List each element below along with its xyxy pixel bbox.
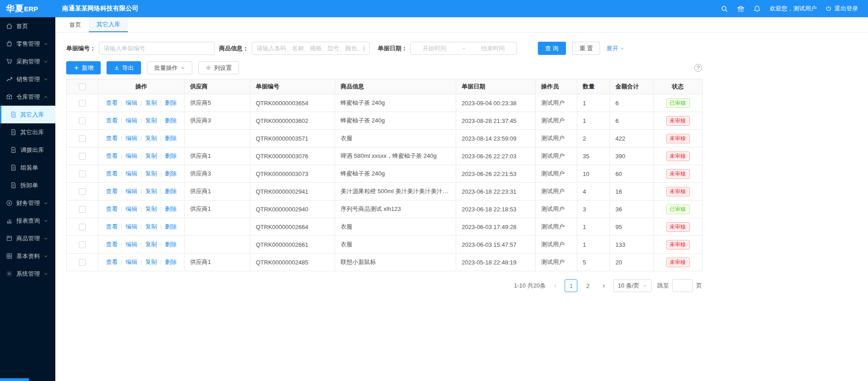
next-page-button[interactable] [598,279,609,292]
sidebar-item-1[interactable]: 零售管理 [0,35,55,53]
expand-link[interactable]: 展开 [606,44,624,53]
bell-icon[interactable] [753,5,761,13]
row-action-copy[interactable]: 复制 [145,117,157,124]
sidebar-item-5[interactable]: 财务管理 [0,194,55,212]
row-checkbox[interactable] [79,117,86,124]
add-button[interactable]: 新增 [66,61,101,74]
row-action-delete[interactable]: 删除 [165,117,177,124]
tab-other-inbound[interactable]: 其它入库 [89,17,128,32]
row-action-copy[interactable]: 复制 [145,205,157,212]
row-action-copy[interactable]: 复制 [145,188,157,195]
row-action-copy[interactable]: 复制 [145,241,157,248]
row-action-view[interactable]: 查看 [106,223,117,230]
row-action-edit[interactable]: 编辑 [126,99,137,106]
cell-date: 2023-06-26 22:27:03 [456,147,536,165]
row-checkbox[interactable] [79,135,86,142]
bill-no-input[interactable] [99,42,215,55]
horizontal-scrollbar-thumb[interactable] [0,378,29,381]
row-action-edit[interactable]: 编辑 [126,152,137,159]
column-settings-button[interactable]: 列设置 [198,61,239,74]
row-action-copy[interactable]: 复制 [145,152,157,159]
row-action-edit[interactable]: 编辑 [126,135,137,142]
row-checkbox[interactable] [79,224,86,230]
sidebar-item-9[interactable]: 系统管理 [0,265,55,283]
row-action-edit[interactable]: 编辑 [126,117,137,124]
row-action-delete[interactable]: 删除 [165,188,177,195]
sidebar-subitem-4[interactable]: 拆卸单 [0,176,55,194]
row-action-delete[interactable]: 删除 [165,241,177,248]
row-action-edit[interactable]: 编辑 [126,205,137,212]
row-action-copy[interactable]: 复制 [145,259,157,265]
row-checkbox[interactable] [79,100,86,107]
reset-button[interactable]: 重 置 [572,42,600,55]
table-row: 查看|编辑|复制|删除供应商3QTRK00000003602蜂蜜柚子茶 240g… [67,112,702,130]
batch-actions-button[interactable]: 批量操作 [147,61,192,74]
help-icon[interactable]: ? [694,64,702,72]
sidebar-subitem-1[interactable]: 其它出库 [0,123,55,141]
row-action-view[interactable]: 查看 [106,188,117,195]
row-action-delete[interactable]: 删除 [165,152,177,159]
row-action-copy[interactable]: 复制 [145,99,157,106]
tab-home[interactable]: 首页 [62,17,89,32]
row-action-copy[interactable]: 复制 [145,223,157,230]
cell-amount: 6 [610,112,653,130]
logout-label: 退出登录 [834,5,858,13]
row-action-view[interactable]: 查看 [106,135,117,142]
row-action-delete[interactable]: 删除 [165,135,177,142]
row-checkbox[interactable] [79,171,86,177]
search-button[interactable]: 查 询 [538,42,566,55]
row-action-copy[interactable]: 复制 [145,135,157,142]
page-button-2[interactable]: 2 [581,279,594,292]
row-action-view[interactable]: 查看 [106,205,117,212]
row-action-delete[interactable]: 删除 [165,259,177,265]
sidebar-item-4[interactable]: 仓库管理 [0,88,55,106]
row-checkbox[interactable] [79,153,86,160]
row-checkbox[interactable] [79,241,86,248]
export-button[interactable]: 导出 [107,61,141,74]
row-action-edit[interactable]: 编辑 [126,223,137,230]
sidebar-item-6[interactable]: 报表查询 [0,212,55,230]
row-action-delete[interactable]: 删除 [165,99,177,106]
select-all-checkbox[interactable] [79,83,86,90]
row-action-view[interactable]: 查看 [106,241,117,248]
row-action-view[interactable]: 查看 [106,259,117,265]
row-action-copy[interactable]: 复制 [145,170,157,177]
sidebar-subitem-2[interactable]: 调拨出库 [0,141,55,159]
page-size-select[interactable]: 10 条/页 [613,279,652,292]
jump-input[interactable] [672,279,693,292]
row-action-edit[interactable]: 编辑 [126,241,137,248]
cell-actions: 查看|编辑|复制|删除 [98,130,185,147]
row-action-edit[interactable]: 编辑 [126,188,137,195]
prev-page-button[interactable] [550,279,561,292]
sidebar-subitem-3[interactable]: 组装单 [0,159,55,176]
row-action-view[interactable]: 查看 [106,170,117,177]
row-action-view[interactable]: 查看 [106,117,117,124]
row-action-delete[interactable]: 删除 [165,205,177,212]
search-icon[interactable] [721,5,728,13]
row-action-view[interactable]: 查看 [106,99,117,106]
page-button-1[interactable]: 1 [565,279,577,292]
row-action-view[interactable]: 查看 [106,152,117,159]
row-checkbox[interactable] [79,206,86,213]
row-action-delete[interactable]: 删除 [165,170,177,177]
status-badge: 未审核 [666,222,690,232]
sidebar-item-7[interactable]: 商品管理 [0,230,55,247]
sidebar-item-8[interactable]: 基本资料 [0,247,55,265]
table-wrapper: 操作供应商单据编号商品信息单据日期操作员数量金额合计状态 查看|编辑|复制|删除… [66,79,702,271]
row-checkbox[interactable] [79,259,86,266]
pagination: 1-10 共20条 1 2 10 条/页 跳至 页 [66,279,702,292]
row-action-edit[interactable]: 编辑 [126,170,137,177]
sidebar-item-0[interactable]: 首页 [0,17,55,35]
row-action-edit[interactable]: 编辑 [126,259,137,265]
material-input[interactable] [252,42,370,55]
row-checkbox[interactable] [79,188,86,195]
date-start-input[interactable] [414,45,454,52]
date-end-input[interactable] [473,45,513,52]
row-action-delete[interactable]: 删除 [165,223,177,230]
sidebar-subitem-0[interactable]: 其它入库 [0,106,55,123]
sidebar-item-2[interactable]: 采购管理 [0,53,55,70]
logout-button[interactable]: 退出登录 [825,5,858,13]
date-range-picker[interactable]: ~ [410,42,517,55]
sidebar-item-3[interactable]: 销售管理 [0,70,55,88]
bank-icon[interactable] [737,5,745,13]
